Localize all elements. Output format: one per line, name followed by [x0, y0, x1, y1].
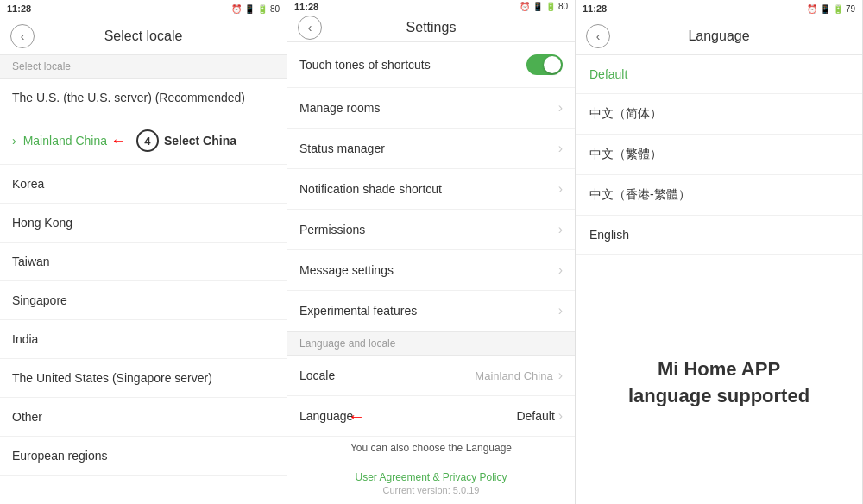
item-label: Message settings — [299, 263, 394, 277]
settings-item-manage-rooms[interactable]: Manage rooms › — [287, 88, 575, 129]
item-label: Manage rooms — [299, 101, 380, 115]
list-item[interactable]: India — [0, 320, 287, 359]
settings-item-permissions[interactable]: Permissions › — [287, 210, 575, 250]
chevron-icon: › — [558, 368, 563, 383]
chevron-icon: › — [558, 222, 563, 237]
lang-label: 中文（繁體） — [589, 147, 662, 161]
settings-item-language[interactable]: Language ← Default › — [287, 396, 575, 437]
chevron-icon: › — [558, 141, 563, 156]
selected-check-icon: › — [12, 134, 16, 148]
lang-label: 中文（香港-繁體） — [589, 187, 690, 201]
section-header-language-locale: Language and locale — [287, 331, 575, 356]
item-label: Experimental features — [299, 304, 417, 318]
settings-item-experimental[interactable]: Experimental features › — [287, 291, 575, 331]
header-2: ‹ Settings — [287, 13, 575, 42]
promo-title: Mi Home APP language supported — [628, 356, 809, 410]
language-label: Language — [299, 409, 353, 423]
chevron-icon: › — [558, 100, 563, 116]
back-button-3[interactable]: ‹ — [586, 24, 610, 48]
lang-item-korean[interactable]: 한국어 — [576, 255, 862, 262]
settings-item-notification-shade[interactable]: Notification shade shortcut › — [287, 169, 575, 210]
status-bar-1: 11:28 ⏰ 📱 🔋80 — [0, 0, 287, 17]
settings-item-touch-tones[interactable]: Touch tones of shortcuts — [287, 42, 575, 88]
user-agreement-link[interactable]: User Agreement & Privacy Policy — [355, 471, 507, 483]
step-number-badge: 4 — [136, 129, 159, 152]
chevron-icon: › — [558, 262, 563, 278]
status-bar-3: 11:28 ⏰ 📱 🔋79 — [576, 0, 862, 17]
item-label: Other — [12, 410, 42, 424]
lang-label: English — [589, 228, 629, 242]
chevron-icon: › — [558, 408, 563, 423]
chevron-icon: › — [558, 181, 563, 197]
mi-home-promo: Mi Home APP language supported — [576, 262, 862, 504]
annotation-text: Select China — [164, 134, 236, 148]
panel-settings: 11:28 ⏰ 📱 🔋80 ‹ Settings Touch tones of … — [287, 0, 576, 504]
locale-list: The U.S. (the U.S. server) (Recommended)… — [0, 79, 287, 504]
list-item-european[interactable]: European regions — [0, 437, 287, 476]
settings-item-status-manager[interactable]: Status manager › — [287, 129, 575, 169]
language-right: Default › — [516, 408, 563, 424]
page-title-2: Settings — [406, 20, 457, 35]
list-item[interactable]: Hong Kong — [0, 204, 287, 243]
item-label: Permissions — [299, 223, 365, 236]
item-label: Notification shade shortcut — [299, 182, 442, 196]
panel-select-locale: 11:28 ⏰ 📱 🔋80 ‹ Select locale Select loc… — [0, 0, 287, 504]
item-label: Taiwan — [12, 255, 50, 268]
lang-item-zh-hant[interactable]: 中文（繁體） — [576, 135, 862, 175]
header-1: ‹ Select locale — [0, 17, 287, 55]
status-icons-1: ⏰ 📱 🔋80 — [231, 4, 280, 14]
status-icons-3: ⏰ 📱 🔋79 — [807, 4, 855, 14]
list-item-mainland-china[interactable]: › Mainland China ← 4 Select China — [0, 117, 287, 165]
lang-item-zh-hans[interactable]: 中文（简体） — [576, 94, 862, 135]
lang-item-english[interactable]: English — [576, 216, 862, 255]
settings-item-locale[interactable]: Locale Mainland China › — [287, 356, 575, 396]
time-1: 11:28 — [7, 3, 31, 14]
locale-label: Locale — [299, 369, 335, 382]
status-icons-2: ⏰ 📱 🔋80 — [520, 2, 568, 11]
language-list: Default 中文（简体） 中文（繁體） 中文（香港-繁體） English … — [576, 55, 862, 262]
list-item[interactable]: Taiwan — [0, 243, 287, 281]
lang-label: 中文（简体） — [589, 106, 662, 120]
status-bar-2: 11:28 ⏰ 📱 🔋80 — [287, 0, 575, 13]
list-header-1: Select locale — [0, 55, 287, 79]
list-item[interactable]: The United States (Singapore server) — [0, 359, 287, 398]
item-label: European regions — [12, 449, 108, 463]
panel-language: 11:28 ⏰ 📱 🔋79 ‹ Language Default 中文（简体） … — [576, 0, 863, 504]
settings-item-message-settings[interactable]: Message settings › — [287, 250, 575, 291]
locale-right: Mainland China › — [475, 368, 563, 383]
page-title-1: Select locale — [104, 28, 183, 44]
header-3: ‹ Language — [576, 17, 862, 55]
back-button-2[interactable]: ‹ — [298, 16, 322, 40]
item-label: Touch tones of shortcuts — [299, 58, 431, 72]
lang-item-default[interactable]: Default — [576, 55, 862, 94]
item-label: India — [12, 332, 38, 346]
lang-label: Default — [589, 67, 627, 81]
item-label: The United States (Singapore server) — [12, 371, 212, 385]
language-note: You can also choose the Language — [287, 437, 575, 463]
item-label: The U.S. (the U.S. server) (Recommended) — [12, 91, 245, 104]
page-title-3: Language — [688, 28, 749, 44]
red-arrow-language-icon: ← — [348, 406, 365, 426]
item-label: Hong Kong — [12, 216, 72, 230]
list-item[interactable]: Korea — [0, 165, 287, 204]
version-text: Current version: 5.0.19 — [296, 485, 566, 495]
footer-links: User Agreement & Privacy Policy Current … — [287, 463, 575, 504]
touch-tones-toggle[interactable] — [526, 54, 563, 75]
toggle-container — [526, 54, 563, 75]
red-arrow-icon: ← — [110, 132, 126, 150]
chevron-icon: › — [558, 303, 563, 318]
item-label: Status manager — [299, 142, 385, 155]
language-value: Default — [516, 409, 554, 423]
item-label: Singapore — [12, 293, 67, 307]
time-2: 11:28 — [294, 2, 318, 12]
item-label: Korea — [12, 177, 44, 191]
back-button-1[interactable]: ‹ — [10, 24, 35, 48]
locale-value: Mainland China — [475, 369, 552, 382]
list-item[interactable]: Singapore — [0, 281, 287, 320]
time-3: 11:28 — [583, 3, 607, 14]
list-item[interactable]: The U.S. (the U.S. server) (Recommended) — [0, 79, 287, 117]
lang-item-zh-hk[interactable]: 中文（香港-繁體） — [576, 175, 862, 216]
list-item-other[interactable]: Other — [0, 398, 287, 437]
mainland-china-label: Mainland China — [23, 134, 107, 148]
